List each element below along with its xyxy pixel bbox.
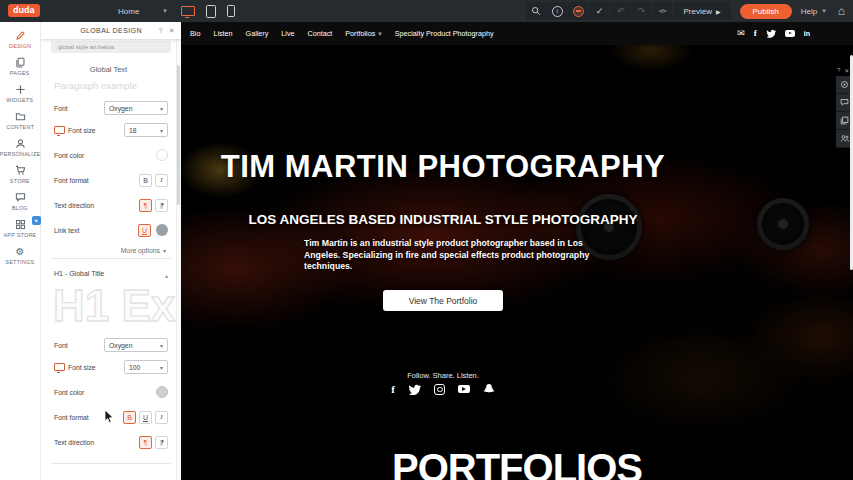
- h1-style-preview: H1 Exa: [41, 283, 176, 330]
- global-text-heading: Global Text: [41, 65, 176, 74]
- email-icon[interactable]: ✉: [737, 29, 745, 38]
- chevron-down-icon: [160, 342, 163, 349]
- panel-close-icon[interactable]: ✕: [169, 27, 175, 35]
- linkedin-icon[interactable]: in: [804, 30, 810, 38]
- global-design-panel: GLOBAL DESIGN ? ✕ global style art below…: [41, 22, 181, 480]
- nav-item-gallery[interactable]: Gallery: [246, 29, 269, 38]
- h1-font-size-row: Font size 100: [54, 357, 168, 377]
- link-color-swatch[interactable]: [156, 224, 168, 236]
- nav-item-portfolios[interactable]: Portfolios: [345, 29, 381, 38]
- desktop-device-icon[interactable]: [181, 6, 195, 16]
- sidebar-item-app-store[interactable]: APP STORE ✦: [0, 215, 41, 242]
- play-icon: ▶: [716, 8, 721, 15]
- panel-body: global style art below. Global Text Para…: [41, 39, 176, 480]
- nav-item-bio[interactable]: Bio: [190, 29, 200, 38]
- undo-icon[interactable]: ↶: [610, 2, 630, 20]
- nav-item-live[interactable]: Live: [281, 29, 294, 38]
- more-options-link[interactable]: More options: [121, 244, 166, 256]
- font-color-swatch[interactable]: [156, 149, 168, 161]
- facebook-icon[interactable]: f: [754, 29, 757, 38]
- youtube-icon[interactable]: [458, 385, 470, 393]
- h1-font-size-select[interactable]: 100: [124, 360, 168, 374]
- dev-mode-icon[interactable]: </>: [652, 2, 672, 20]
- bold-button[interactable]: B: [139, 174, 152, 187]
- preview-button[interactable]: Preview ▶: [673, 2, 730, 20]
- redo-icon[interactable]: ↷: [631, 2, 651, 20]
- snapchat-icon[interactable]: [483, 383, 495, 395]
- chevron-down-icon: [160, 364, 163, 371]
- toolbar-help-icon[interactable]: ?: [837, 67, 840, 74]
- panel-scrollbar[interactable]: [176, 39, 181, 480]
- sidebar-item-store[interactable]: STORE: [0, 161, 41, 188]
- h1-underline-button[interactable]: U: [139, 411, 152, 424]
- nav-item-specialty[interactable]: Specialty Product Photography: [395, 29, 494, 38]
- font-select[interactable]: Oxygen: [104, 101, 168, 115]
- help-dropdown[interactable]: Help: [801, 7, 826, 16]
- h1-section-header[interactable]: H1 - Global Title: [54, 263, 168, 283]
- search-icon[interactable]: [526, 2, 546, 20]
- responsive-override-icon: [54, 363, 65, 371]
- status-icon[interactable]: [568, 2, 588, 20]
- h1-font-color-swatch[interactable]: [156, 386, 168, 398]
- facebook-icon[interactable]: f: [391, 384, 395, 395]
- view-portfolio-button[interactable]: View The Portfolio: [383, 290, 503, 311]
- link-underline-button[interactable]: U: [138, 224, 151, 237]
- instagram-icon[interactable]: [434, 384, 445, 395]
- hero-social-icons: f: [181, 383, 705, 395]
- toolbar-close-icon[interactable]: ✕: [844, 67, 849, 74]
- rtl-direction-button[interactable]: [155, 199, 168, 212]
- font-size-row: Font size 18: [54, 120, 168, 140]
- h1-font-format-row: Font format B U I: [54, 407, 168, 427]
- sidebar-item-content[interactable]: CONTENT: [0, 107, 41, 134]
- panel-help-icon[interactable]: ?: [158, 27, 162, 34]
- info-icon[interactable]: i: [547, 2, 567, 20]
- responsive-override-icon: [54, 126, 65, 134]
- twitter-icon[interactable]: [766, 29, 776, 38]
- sidebar-item-blog[interactable]: BLOG: [0, 188, 41, 215]
- sidebar-item-personalize[interactable]: PERSONALIZE: [0, 134, 41, 161]
- hero-subtitle[interactable]: LOS ANGELES BASED INDUSTRIAL STYLE PHOTO…: [181, 212, 705, 227]
- dashboard-home-icon[interactable]: ⌂: [838, 6, 845, 16]
- portfolios-section-heading[interactable]: PORTFOLIOS: [181, 446, 853, 480]
- ltr-direction-button[interactable]: [139, 199, 152, 212]
- collapse-icon: [165, 264, 168, 282]
- h1-rtl-direction-button[interactable]: [155, 436, 168, 449]
- hero-title[interactable]: TIM MARTIN PHOTOGRAPHY: [181, 149, 705, 185]
- italic-button[interactable]: I: [155, 174, 168, 187]
- preview-scrollbar[interactable]: [850, 55, 853, 270]
- youtube-icon[interactable]: [785, 30, 795, 37]
- sidebar-item-pages[interactable]: PAGES: [0, 53, 41, 80]
- mobile-device-icon[interactable]: [227, 5, 235, 17]
- pilcrow-ltr-icon: [144, 202, 148, 209]
- panel-title: GLOBAL DESIGN: [80, 27, 142, 34]
- publish-button[interactable]: Publish: [740, 4, 792, 19]
- person-icon: [15, 138, 26, 149]
- font-size-select[interactable]: 18: [124, 123, 168, 137]
- pages-icon: [15, 57, 26, 68]
- chevron-down-icon: [160, 127, 163, 134]
- chat-icon: [15, 192, 26, 203]
- text-direction-row: Text direction: [54, 195, 168, 215]
- duda-logo[interactable]: duda: [8, 4, 40, 17]
- h1-italic-button[interactable]: I: [155, 411, 168, 424]
- page-selector-dropdown[interactable]: Home: [118, 0, 167, 22]
- font-color-row: Font color: [54, 145, 168, 165]
- panel-scrollbar-thumb[interactable]: [177, 65, 180, 205]
- tablet-device-icon[interactable]: [206, 5, 216, 18]
- gear-icon: ⚙: [16, 247, 25, 257]
- nav-item-contact[interactable]: Contact: [308, 29, 333, 38]
- hero-description[interactable]: Tim Martin is an industrial style produc…: [304, 238, 610, 273]
- twitter-icon[interactable]: [408, 384, 421, 395]
- sidebar-item-widgets[interactable]: WIDGETS: [0, 80, 41, 107]
- nav-item-listen[interactable]: Listen: [213, 29, 232, 38]
- h1-font-select[interactable]: Oxygen: [104, 338, 168, 352]
- h1-ltr-direction-button[interactable]: [139, 436, 152, 449]
- duda-editor: duda Home i ✓ ↶ ↷ </> Preview ▶ Publish: [0, 0, 853, 480]
- sidebar-item-design[interactable]: DESIGN: [0, 26, 41, 53]
- sidebar-item-settings[interactable]: ⚙ SETTINGS: [0, 242, 41, 269]
- check-icon[interactable]: ✓: [589, 2, 609, 20]
- site-preview-canvas[interactable]: Bio Listen Gallery Live Contact Portfoli…: [181, 22, 853, 480]
- h1-bold-button[interactable]: B: [123, 411, 136, 424]
- font-row: Font Oxygen: [54, 98, 168, 118]
- device-switcher: [181, 0, 235, 22]
